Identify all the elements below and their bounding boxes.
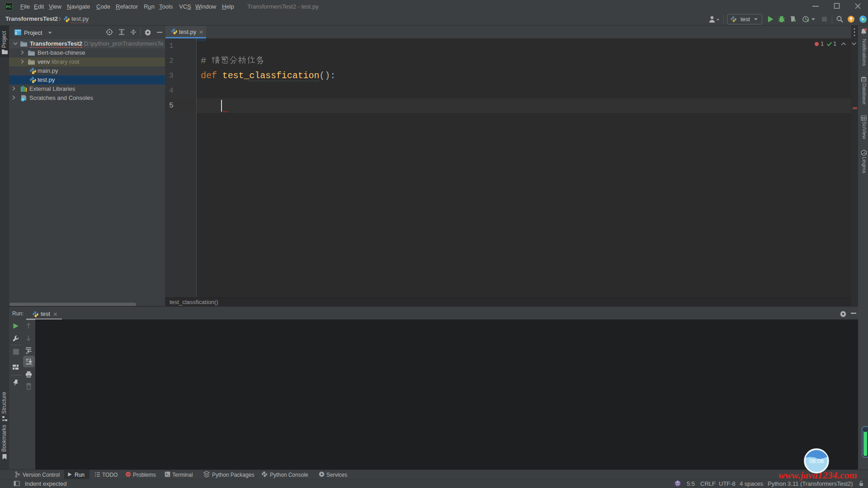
svg-text:08:06: 08:06 bbox=[809, 458, 824, 465]
